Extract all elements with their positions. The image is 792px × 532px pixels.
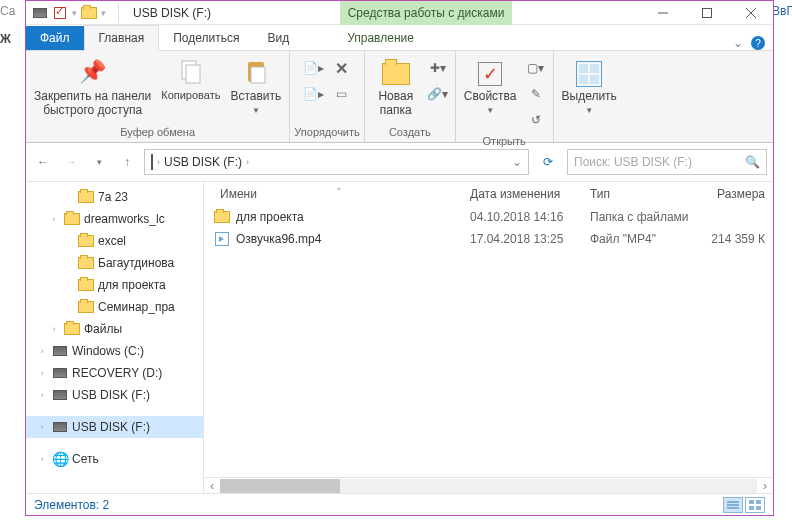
tree-item[interactable]: ›Windows (C:) [26,340,203,362]
scroll-left-icon[interactable]: ‹ [204,479,220,493]
arrow-left-icon: ← [37,155,49,169]
group-open: Свойства▼ ▢▾ ✎ ↺ Открыть [456,51,554,142]
folder-icon [64,211,80,227]
chevron-right-icon[interactable]: › [157,157,160,167]
file-rows: для проекта04.10.2018 14:16Папка с файла… [204,206,773,477]
expand-icon[interactable]: › [48,324,60,334]
horizontal-scrollbar[interactable]: ‹ › [204,477,773,493]
group-label-new: Создать [389,124,431,142]
expand-icon[interactable]: › [36,368,48,378]
recent-locations-button[interactable]: ▾ [88,151,110,173]
new-folder-button[interactable]: Новаяпапка [369,55,423,120]
tree-item[interactable]: ›Файлы [26,318,203,340]
details-view-button[interactable] [723,497,743,513]
open-button[interactable]: ▢▾ [525,57,547,79]
help-icon[interactable]: ? [751,36,765,50]
tree-item[interactable]: Багаутдинова [26,252,203,274]
new-item-button[interactable]: ✚▾ [427,57,449,79]
tree-item-label: Сеть [72,452,99,466]
thumbnails-view-button[interactable] [745,497,765,513]
column-name[interactable]: Имени ˆ [214,183,464,205]
tree-item[interactable]: ›RECOVERY (D:) [26,362,203,384]
file-row[interactable]: для проекта04.10.2018 14:16Папка с файла… [204,206,773,228]
properties-button[interactable]: Свойства▼ [460,55,521,119]
group-new: Новаяпапка ✚▾ 🔗▾ Создать [365,51,456,142]
properties-qat-icon[interactable] [52,5,68,21]
new-item-icon: ✚▾ [430,61,446,75]
expand-icon[interactable]: › [48,214,60,224]
up-button[interactable]: ↑ [116,151,138,173]
minimize-button[interactable] [641,1,685,25]
tab-view[interactable]: Вид [253,26,303,50]
drive-icon [52,387,68,403]
scrollbar-thumb[interactable] [220,479,340,493]
chevron-right-icon[interactable]: › [246,157,249,167]
expand-icon[interactable]: › [36,346,48,356]
tab-share[interactable]: Поделиться [159,26,253,50]
maximize-button[interactable] [685,1,729,25]
properties-icon [475,57,505,87]
rename-button[interactable]: ▭ [330,83,352,105]
column-size[interactable]: Размера [694,183,773,205]
paste-button[interactable]: Вставить▼ [226,55,285,119]
delete-button[interactable]: ✕ [330,57,352,79]
folder-icon [78,189,94,205]
tree-item-label: excel [98,234,126,248]
scroll-right-icon[interactable]: › [757,479,773,493]
tree-item-label: Семинар_пра [98,300,175,314]
group-organize: 📄▸ 📄▸ ✕ ▭ Упорядочить [290,51,364,142]
arrow-right-icon: → [65,155,77,169]
tree-item[interactable]: 7а 23 [26,186,203,208]
tree-item[interactable]: Семинар_пра [26,296,203,318]
history-icon: ↺ [531,113,541,127]
close-button[interactable] [729,1,773,25]
tab-home[interactable]: Главная [84,25,160,51]
file-row[interactable]: Озвучка96.mp417.04.2018 13:25Файл "MP4"2… [204,228,773,250]
file-date: 17.04.2018 13:25 [470,232,590,246]
search-box[interactable]: 🔍 [567,149,767,175]
copy-to-button[interactable]: 📄▸ [302,83,324,105]
column-date[interactable]: Дата изменения [464,183,584,205]
history-button[interactable]: ↺ [525,109,547,131]
qat-dropdown-icon[interactable]: ▾ [101,8,106,18]
expand-icon[interactable]: › [36,454,48,464]
chevron-down-icon: ▼ [486,106,494,115]
pin-quick-access-button[interactable]: 📌 Закрепить на панелибыстрого доступа [30,55,155,120]
column-type[interactable]: Тип [584,183,694,205]
edit-button[interactable]: ✎ [525,83,547,105]
search-input[interactable] [574,155,745,169]
search-icon[interactable]: 🔍 [745,155,760,169]
expand-icon[interactable]: › [36,390,48,400]
tree-item-label: dreamworks_lс [84,212,165,226]
tree-item[interactable]: для проекта [26,274,203,296]
forward-button[interactable]: → [60,151,82,173]
rename-icon: ▭ [336,87,347,101]
back-button[interactable]: ← [32,151,54,173]
tab-file[interactable]: Файл [26,26,84,50]
tree-item[interactable]: ›dreamworks_lс [26,208,203,230]
qat-chevron-icon[interactable]: ▾ [72,8,77,18]
tree-item-label: Багаутдинова [98,256,174,270]
easy-access-button[interactable]: 🔗▾ [427,83,449,105]
move-to-button[interactable]: 📄▸ [302,57,324,79]
chevron-down-icon: ▼ [252,106,260,115]
tree-item[interactable]: ›🌐Сеть [26,448,203,470]
expand-icon[interactable]: › [36,422,48,432]
paste-icon [241,57,271,87]
refresh-button[interactable]: ⟳ [535,149,561,175]
group-select: Выделить▼ [554,51,625,142]
navigation-tree[interactable]: 7а 23›dreamworks_lсexcelБагаутдиновадля … [26,182,204,493]
select-button[interactable]: Выделить▼ [558,55,621,119]
tree-item[interactable]: ›USB DISK (F:) [26,384,203,406]
ribbon-expand-icon[interactable]: ⌄ [733,36,743,50]
folder-qat-icon [81,5,97,21]
address-dropdown[interactable]: ⌄ [506,155,528,169]
close-icon [746,8,756,18]
tree-item[interactable]: excel [26,230,203,252]
tab-manage[interactable]: Управление [333,26,428,50]
address-segment[interactable]: USB DISK (F:) [164,155,242,169]
sort-indicator-icon: ˆ [337,187,341,201]
address-bar[interactable]: › USB DISK (F:) › ⌄ [144,149,529,175]
copy-button[interactable]: Копировать [157,55,224,104]
tree-item[interactable]: ›USB DISK (F:) [26,416,203,438]
